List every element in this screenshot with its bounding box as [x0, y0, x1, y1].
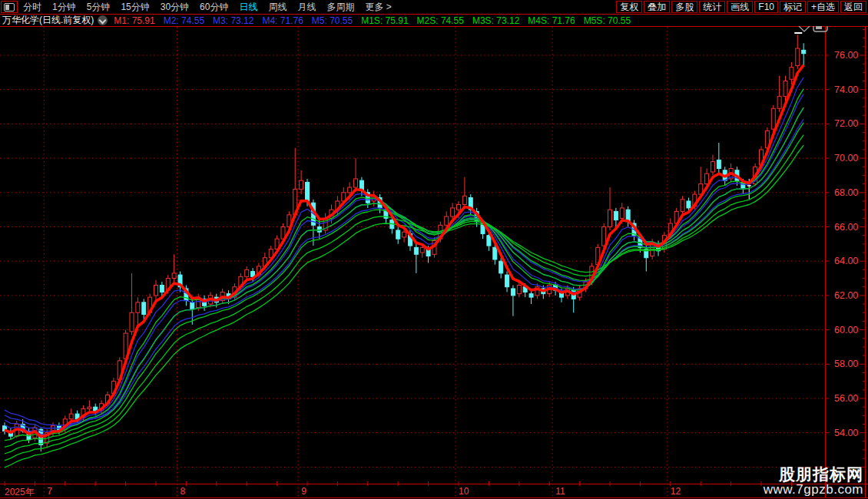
- legend-item-M5S: M5S: 70.55: [584, 15, 631, 26]
- grid-lines: [0, 27, 825, 497]
- tool-button[interactable]: 叠加: [644, 1, 670, 13]
- top-menubar: 分时1分钟5分钟15分钟30分钟60分钟日线周线月线多周期更多 > 复权叠加多股…: [0, 0, 868, 15]
- panel-toggle-icon: [4, 3, 15, 12]
- period-item[interactable]: 更多 >: [365, 1, 391, 14]
- price-tick-label: 76.00: [834, 50, 868, 61]
- price-tick-label: 64.00: [834, 256, 868, 266]
- period-item[interactable]: 1分钟: [52, 1, 76, 14]
- price-tick-label: 62.00: [834, 290, 868, 301]
- tool-button[interactable]: 标记: [780, 1, 806, 13]
- tool-button[interactable]: 统计: [699, 1, 725, 13]
- price-tick-label: 68.00: [834, 187, 868, 198]
- period-item[interactable]: 月线: [297, 1, 316, 14]
- period-item[interactable]: 分时: [23, 1, 41, 14]
- legend-item-M3: M3: 73.12: [213, 15, 253, 26]
- legend-item-M1S: M1S: 75.91: [361, 15, 408, 26]
- period-item[interactable]: 15分钟: [121, 1, 149, 14]
- candlestick-chart[interactable]: [0, 0, 868, 499]
- tool-button[interactable]: F10: [754, 1, 778, 13]
- tool-button[interactable]: 画线: [727, 1, 753, 13]
- month-label: 12: [671, 486, 681, 497]
- ma-legend: M1: 75.91M2: 74.55M3: 73.12M4: 71.76M5: …: [114, 15, 639, 26]
- month-label: 8: [181, 486, 186, 497]
- period-item[interactable]: 30分钟: [161, 1, 189, 14]
- period-item[interactable]: 60分钟: [200, 1, 228, 14]
- chevron-down-icon[interactable]: [98, 15, 108, 25]
- legend-item-M4: M4: 71.76: [262, 15, 303, 26]
- year-label: 2025年: [5, 486, 35, 499]
- month-label: 10: [459, 486, 469, 497]
- legend-item-M5: M5: 70.55: [312, 15, 353, 26]
- period-item[interactable]: 多周期: [326, 1, 354, 14]
- price-tick-label: 66.00: [834, 222, 868, 233]
- ma-line-M3: [5, 94, 803, 431]
- month-label: 7: [47, 486, 52, 497]
- ma-line-M3S: [5, 123, 803, 454]
- period-item[interactable]: 5分钟: [87, 1, 111, 14]
- legend-item-M2: M2: 74.55: [164, 15, 204, 26]
- period-item[interactable]: 周线: [268, 1, 287, 14]
- ma-line-M1S: [5, 89, 803, 441]
- ma-line-M1: [5, 65, 803, 437]
- tool-menu: 复权叠加多股统计画线F10标记+自选返回: [616, 1, 868, 13]
- tool-button[interactable]: 复权: [616, 1, 642, 13]
- price-tick-label: 58.00: [834, 359, 868, 369]
- price-tick-label: 70.00: [834, 153, 868, 164]
- month-label: 9: [301, 486, 306, 497]
- ma-line-M5: [5, 119, 803, 425]
- ma-lines: [5, 65, 803, 468]
- price-tick-label: 72.00: [834, 118, 868, 129]
- chart-frame: [0, 27, 868, 498]
- price-tick-label: 54.00: [834, 428, 868, 438]
- legend-item-M3S: M3S: 73.12: [472, 15, 519, 26]
- legend-item-M1: M1: 75.91: [114, 15, 154, 26]
- month-label: 11: [555, 486, 565, 497]
- price-tick-label: 74.00: [834, 84, 868, 95]
- price-tick-label: 60.00: [834, 325, 868, 335]
- watermark: 股朋指标网 www.7gpzb.com: [764, 466, 863, 497]
- ma-line-M2: [5, 78, 803, 435]
- watermark-site-url: www.7gpzb.com: [764, 483, 863, 497]
- ma-line-M5S: [5, 145, 803, 468]
- price-tick-label: 56.00: [834, 393, 868, 404]
- ma-line-M4: [5, 107, 803, 428]
- legend-item-M4S: M4S: 71.76: [528, 15, 575, 26]
- tool-button[interactable]: +自选: [807, 1, 839, 13]
- window-panel-button[interactable]: [1, 1, 18, 13]
- legend-item-M2S: M2S: 74.55: [417, 15, 464, 26]
- tool-button[interactable]: 返回: [840, 1, 866, 13]
- period-item[interactable]: 日线: [239, 1, 257, 14]
- watermark-site-name: 股朋指标网: [764, 466, 863, 483]
- chart-header: 万华化学(日线.前复权) M1: 75.91M2: 74.55M3: 73.12…: [0, 15, 868, 26]
- period-menu: 分时1分钟5分钟15分钟30分钟60分钟日线周线月线多周期更多 >: [23, 1, 403, 14]
- tool-button[interactable]: 多股: [671, 1, 697, 13]
- ma-line-M4S: [5, 135, 803, 461]
- stock-title: 万华化学(日线.前复权): [2, 14, 94, 27]
